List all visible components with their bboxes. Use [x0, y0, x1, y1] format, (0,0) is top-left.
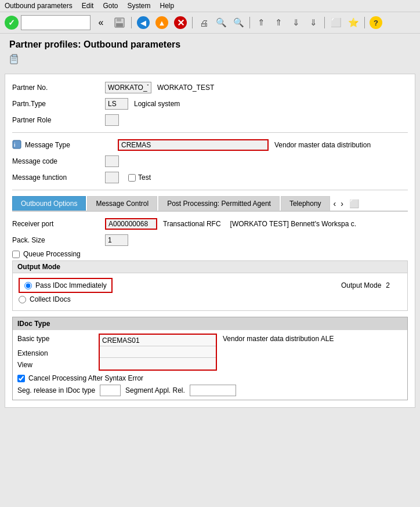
menu-edit[interactable]: Edit: [82, 2, 94, 10]
menu-help[interactable]: Help: [160, 2, 174, 10]
message-function-label: Message function: [12, 173, 105, 182]
output-mode-value: 2: [386, 281, 390, 289]
partner-role-input[interactable]: [105, 114, 119, 126]
next-icon[interactable]: ⇓: [288, 15, 303, 30]
receiver-port-label: Receiver port: [12, 220, 105, 228]
page-icon: [0, 52, 420, 71]
seg-appl-label: Segment Appl. Rel.: [125, 386, 185, 394]
pack-size-row: Pack. Size: [12, 234, 408, 247]
receiver-port-input[interactable]: [105, 218, 157, 230]
toolbar: ✓ « ◀ ▲ ✕ 🖨 🔍 🔍 ⇑ ⇑ ⇓ ⇓ ⬜ ⭐ ?: [0, 12, 420, 34]
collect-idocs-label: Collect IDocs: [30, 295, 71, 303]
last-icon[interactable]: ⇓: [306, 15, 321, 30]
view-label-cell: View: [17, 359, 99, 371]
view-input[interactable]: [100, 358, 216, 370]
page-title: Partner profiles: Outbound parameters: [0, 34, 420, 52]
output-mode-content: Pass IDoc Immediately Output Mode 2 Coll…: [13, 273, 407, 310]
pack-size-label: Pack. Size: [12, 236, 105, 244]
main-content: Partner No. WORKATO_TEST Partn.Type Logi…: [5, 74, 415, 408]
svg-rect-2: [116, 23, 123, 27]
menu-system[interactable]: System: [127, 2, 150, 10]
pack-size-input[interactable]: [105, 234, 128, 246]
partner-type-row: Partn.Type Logical system: [12, 97, 408, 110]
collect-idocs-radio[interactable]: [19, 296, 26, 303]
seg-release-label: Seg. release in IDoc type: [17, 386, 95, 394]
receiver-port-row: Receiver port Transactional RFC [WORKATO…: [12, 218, 408, 230]
cancel-processing-row: Cancel Processing After Syntax Error: [17, 374, 403, 382]
tab-post-processing[interactable]: Post Processing: Permitted Agent: [158, 196, 280, 211]
up-btn[interactable]: ▲: [154, 15, 170, 31]
tab-next-btn[interactable]: ›: [338, 198, 346, 209]
svg-rect-4: [12, 55, 17, 57]
message-type-input[interactable]: [118, 139, 269, 151]
print-icon[interactable]: 🖨: [196, 15, 211, 30]
back-btn[interactable]: ◀: [135, 15, 151, 31]
message-code-row: Message code: [12, 155, 408, 168]
message-function-input[interactable]: [105, 172, 119, 183]
tab-prev-btn[interactable]: ‹: [331, 198, 339, 209]
save-btn[interactable]: [111, 15, 128, 31]
tab-outbound-options[interactable]: Outbound Options: [12, 196, 86, 211]
partner-role-label: Partner Role: [12, 116, 105, 124]
seg-release-input[interactable]: [100, 385, 121, 396]
first-icon[interactable]: ⇑: [254, 15, 269, 30]
partner-role-row: Partner Role: [12, 114, 408, 126]
status-ok-icon: ✓: [5, 16, 19, 30]
pass-idoc-radio[interactable]: [24, 282, 32, 289]
basic-type-label-cell: Basic type: [17, 334, 99, 347]
idoc-type-content: Basic typeVendor master data distributio…: [13, 330, 407, 400]
message-code-label: Message code: [12, 157, 105, 165]
partner-type-input[interactable]: [105, 98, 128, 110]
tab-expand-btn[interactable]: ⬜: [347, 198, 361, 209]
partner-no-row: Partner No. WORKATO_TEST: [12, 81, 408, 94]
collect-idocs-row: Collect IDocs: [19, 295, 401, 303]
outbound-options-content: Receiver port Transactional RFC [WORKATO…: [12, 218, 408, 400]
help-icon[interactable]: ?: [368, 15, 383, 30]
find-next-icon[interactable]: 🔍: [231, 15, 246, 30]
receiver-port-ws: [WORKATO TEST] Bennett's Workspa c.: [230, 220, 356, 228]
menu-outbound-parameters[interactable]: Outbound parameters: [5, 2, 73, 10]
toolbar-input[interactable]: [21, 15, 90, 30]
separator-2: [12, 190, 408, 190]
partner-no-input[interactable]: [105, 82, 151, 93]
basic-type-input[interactable]: [100, 335, 216, 346]
cancel-processing-label: Cancel Processing After Syntax Error: [28, 374, 143, 382]
prev-icon[interactable]: ⇑: [271, 15, 286, 30]
svg-text:i: i: [14, 142, 16, 148]
receiver-port-desc: Transactional RFC: [163, 220, 221, 228]
tab-telephony[interactable]: Telephony: [281, 196, 330, 211]
partner-no-label: Partner No.: [12, 84, 105, 92]
cancel-processing-checkbox[interactable]: [17, 375, 25, 382]
svg-rect-1: [117, 18, 121, 21]
idoc-type-section: IDoc Type Basic typeVendor master data d…: [12, 317, 408, 400]
tabs-container: Outbound Options Message Control Post Pr…: [12, 196, 408, 212]
tab-message-control[interactable]: Message Control: [87, 196, 157, 211]
partner-type-label: Partn.Type: [12, 100, 105, 108]
idoc-type-header: IDoc Type: [13, 317, 407, 330]
menu-goto[interactable]: Goto: [103, 2, 118, 10]
message-type-desc: Vendor master data distribution: [274, 141, 371, 149]
test-checkbox-row: Test: [128, 173, 151, 182]
find-icon[interactable]: 🔍: [213, 15, 229, 30]
output-mode-section: Output Mode Pass IDoc Immediately Output…: [12, 260, 408, 311]
cancel-btn[interactable]: ✕: [172, 15, 189, 31]
menu-bar: Outbound parameters Edit Goto System Hel…: [0, 0, 420, 12]
seg-release-row: Seg. release in IDoc typeSegment Appl. R…: [17, 385, 403, 396]
queue-processing-row: Queue Processing: [12, 250, 408, 258]
extension-label-cell: Extension: [17, 347, 99, 359]
queue-processing-checkbox[interactable]: [12, 251, 20, 258]
pass-idoc-label: Pass IDoc Immediately: [35, 281, 107, 289]
partner-type-desc: Logical system: [134, 100, 180, 108]
message-type-row: i Message Type Vendor master data distri…: [12, 139, 408, 151]
extension-input[interactable]: [100, 346, 216, 358]
seg-appl-input[interactable]: [190, 385, 236, 396]
bookmark-icon[interactable]: ⭐: [346, 15, 361, 30]
basic-type-desc-cell: Vendor master data distribution ALE: [217, 334, 334, 347]
collapse-btn[interactable]: «: [93, 15, 109, 31]
display-icon[interactable]: ⬜: [328, 15, 343, 30]
queue-processing-label: Queue Processing: [23, 250, 81, 258]
test-checkbox[interactable]: [128, 174, 136, 182]
message-code-input[interactable]: [105, 155, 119, 167]
partner-no-value2: WORKATO_TEST: [157, 84, 214, 92]
message-type-label: Message Type: [25, 141, 118, 149]
